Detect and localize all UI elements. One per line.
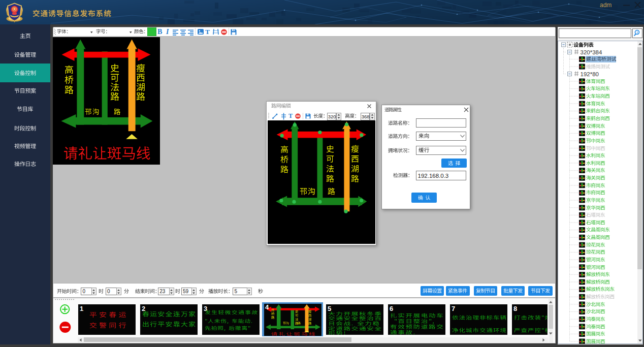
svg-text:3: 3 — [636, 31, 638, 34]
